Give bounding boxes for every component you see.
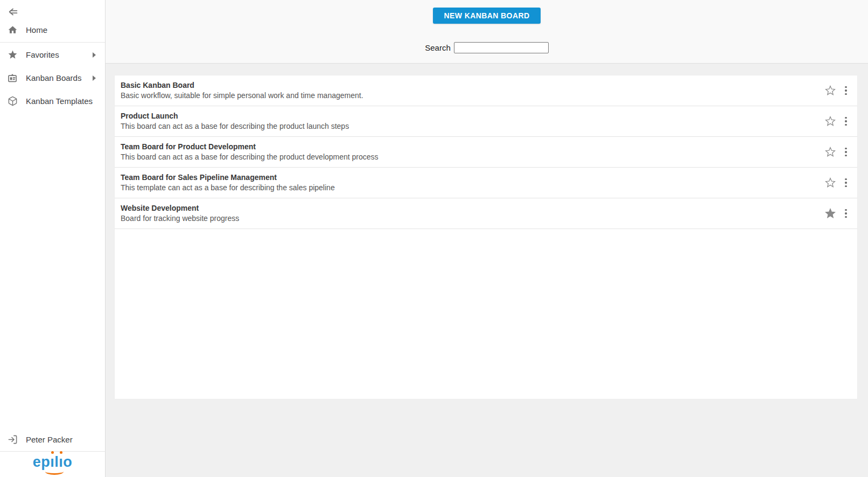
kebab-menu-icon[interactable] [841,146,851,158]
board-list-item[interactable]: Team Board for Product Development This … [115,137,857,168]
kanban-board-icon [7,73,18,84]
content-area: Basic Kanban Board Basic workflow, suita… [106,64,868,477]
sidebar-item-label: Kanban Boards [26,73,81,82]
board-text: Website Development Board for tracking w… [121,203,824,224]
sidebar-item-kanban-templates[interactable]: Kanban Templates [0,89,105,113]
main-area: NEW KANBAN BOARD Search Basic Kanban Boa… [106,0,868,477]
app-root: Home Favorites [0,0,868,477]
kebab-menu-icon[interactable] [841,177,851,189]
board-text: Team Board for Product Development This … [121,142,824,162]
logo-dot [51,451,54,454]
star-icon [7,50,18,60]
sidebar-item-label: Favorites [26,50,59,59]
sidebar-divider [0,42,105,43]
search-label: Search [425,43,451,52]
row-actions [824,146,851,158]
board-description: This template can act as a base for desc… [121,183,824,193]
search-row: Search [425,42,549,53]
board-title: Basic Kanban Board [121,80,824,91]
row-actions [824,85,851,96]
favorite-star-icon[interactable] [824,177,836,189]
board-title: Product Launch [121,111,824,121]
sidebar-item-label: Kanban Templates [26,96,93,106]
package-icon [7,96,18,107]
chevron-right-icon [93,75,96,81]
login-icon [7,434,18,445]
new-kanban-board-button[interactable]: NEW KANBAN BOARD [433,8,541,24]
board-description: This board can act as a base for describ… [121,121,824,132]
kebab-menu-icon[interactable] [841,208,851,219]
row-actions [824,208,851,219]
kebab-menu-icon[interactable] [841,85,851,96]
sidebar-item-home[interactable]: Home [0,18,105,42]
board-title: Team Board for Product Development [121,142,824,152]
board-list-item[interactable]: Website Development Board for tracking w… [115,198,857,229]
collapse-left-icon [7,6,19,18]
board-list: Basic Kanban Board Basic workflow, suita… [115,75,857,399]
favorite-star-icon[interactable] [824,85,836,96]
row-actions [824,177,851,189]
board-text: Product Launch This board can act as a b… [121,111,824,132]
board-title: Website Development [121,203,824,213]
logo-text: ep [33,454,51,470]
logo-dot [60,451,62,454]
search-input[interactable] [454,42,549,53]
favorite-star-icon[interactable] [824,115,836,127]
user-account-button[interactable]: Peter Packer [0,427,105,451]
home-icon [7,25,18,36]
logo-text: ı [50,454,54,470]
board-description: Board for tracking website progress [121,213,824,224]
row-actions [824,115,851,127]
favorite-star-icon[interactable] [824,146,836,158]
user-name: Peter Packer [26,435,73,444]
board-title: Team Board for Sales Pipeline Management [121,172,824,183]
board-text: Basic Kanban Board Basic workflow, suita… [121,80,824,101]
board-list-item[interactable]: Product Launch This board can act as a b… [115,106,857,137]
logo-section: epılıo [0,451,105,477]
logo-text: l [54,454,59,470]
sidebar: Home Favorites [0,0,106,477]
logo-text: ı [59,454,63,470]
board-list-item[interactable]: Team Board for Sales Pipeline Management… [115,168,857,198]
board-text: Team Board for Sales Pipeline Management… [121,172,824,193]
favorite-star-icon[interactable] [824,208,836,219]
board-description: This board can act as a base for describ… [121,152,824,162]
logo-text: o [63,454,72,470]
sidebar-item-label: Home [26,25,47,34]
sidebar-item-favorites[interactable]: Favorites [0,43,105,66]
sidebar-spacer [0,113,105,427]
logo-smile-arc [45,468,64,475]
kebab-menu-icon[interactable] [841,115,851,127]
board-list-item[interactable]: Basic Kanban Board Basic workflow, suita… [115,75,857,106]
sidebar-item-kanban-boards[interactable]: Kanban Boards [0,66,105,89]
epilio-logo: epılıo [33,455,73,474]
collapse-sidebar-button[interactable] [6,5,19,18]
sidebar-collapse-row [0,0,105,18]
board-description: Basic workflow, suitable for simple pers… [121,91,824,101]
sidebar-nav: Home Favorites [0,18,105,113]
chevron-right-icon [93,52,96,58]
main-header: NEW KANBAN BOARD Search [106,0,868,64]
